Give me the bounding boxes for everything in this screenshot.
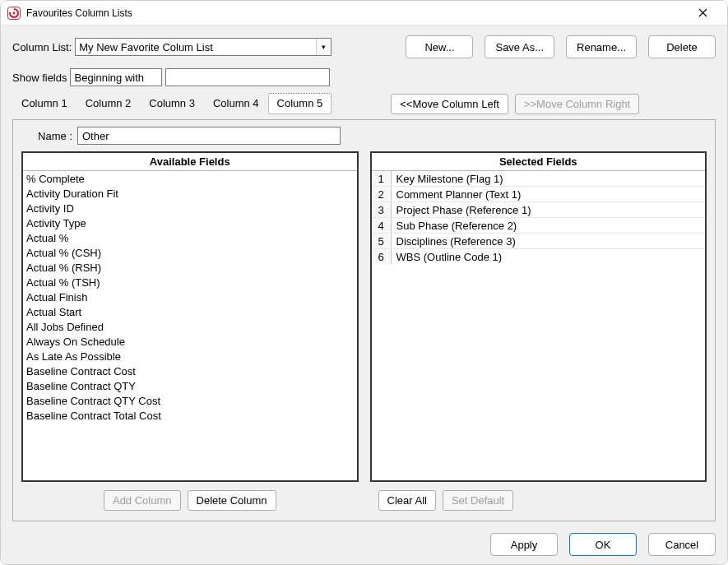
- selected-row-index: 3: [372, 202, 392, 217]
- add-column-button: Add Column: [104, 490, 181, 511]
- show-fields-row: Show fields ▾: [12, 68, 716, 86]
- selected-list[interactable]: 1Key Milestone (Flag 1)2Comment Planner …: [372, 171, 706, 480]
- lists-row: Available Fields % CompleteActivity Dura…: [21, 151, 707, 511]
- move-column-right-button: >>Move Column Right: [515, 94, 639, 114]
- column-list-row: Column List: ▾ New... Save As... Rename.…: [12, 35, 716, 58]
- available-item[interactable]: Actual % (RSH): [23, 260, 357, 275]
- window-title: Favourites Column Lists: [26, 7, 686, 19]
- selected-column: Selected Fields 1Key Milestone (Flag 1)2…: [370, 151, 707, 511]
- available-item[interactable]: Always On Schedule: [23, 334, 357, 349]
- selected-row[interactable]: 2Comment Planner (Text 1): [372, 187, 706, 202]
- tab-move-buttons: <<Move Column Left >>Move Column Right: [391, 94, 639, 114]
- show-fields-mode-dropdown[interactable]: ▾: [70, 68, 162, 86]
- selected-actions: Clear All Set Default: [370, 490, 707, 511]
- save-as-button[interactable]: Save As...: [485, 35, 554, 58]
- selected-row-label: Sub Phase (Reference 2): [392, 218, 706, 233]
- tab-column-4[interactable]: Column 4: [204, 93, 268, 114]
- selected-row[interactable]: 4Sub Phase (Reference 2): [372, 218, 706, 234]
- available-column: Available Fields % CompleteActivity Dura…: [21, 151, 359, 511]
- selected-row-index: 6: [372, 249, 392, 264]
- tab-column-3[interactable]: Column 3: [140, 93, 204, 114]
- selected-list-box: Selected Fields 1Key Milestone (Flag 1)2…: [370, 151, 707, 482]
- selected-row-label: WBS (Outline Code 1): [392, 249, 706, 264]
- selected-row-label: Disciplines (Reference 3): [392, 234, 706, 248]
- name-label: Name :: [21, 130, 72, 142]
- available-item[interactable]: Baseline Contract Total Cost: [23, 408, 357, 423]
- selected-row[interactable]: 5Disciplines (Reference 3): [372, 234, 706, 249]
- selected-row-index: 2: [372, 187, 392, 201]
- available-actions: Add Column Delete Column: [21, 490, 359, 511]
- column-panel: Name : Available Fields % CompleteActivi…: [12, 119, 716, 521]
- available-item[interactable]: Actual % (CSH): [23, 245, 357, 260]
- clear-all-button[interactable]: Clear All: [378, 490, 436, 511]
- tab-column-1[interactable]: Column 1: [12, 93, 77, 114]
- svg-point-1: [13, 12, 16, 14]
- available-item[interactable]: Activity Duration Fit: [23, 186, 357, 201]
- move-column-left-button[interactable]: <<Move Column Left: [391, 94, 508, 114]
- available-item[interactable]: All Jobs Defined: [23, 319, 357, 334]
- selected-row[interactable]: 6WBS (Outline Code 1): [372, 249, 706, 264]
- titlebar: Favourites Column Lists: [1, 1, 727, 25]
- available-item[interactable]: Actual Finish: [23, 289, 357, 304]
- column-list-dropdown[interactable]: ▾: [75, 38, 332, 56]
- close-icon: [698, 8, 707, 17]
- selected-row-index: 4: [372, 218, 392, 233]
- selected-row-label: Project Phase (Reference 1): [392, 202, 706, 217]
- available-item[interactable]: % Complete: [23, 171, 357, 186]
- selected-row-index: 5: [372, 234, 392, 248]
- ok-button[interactable]: OK: [569, 533, 637, 556]
- close-button[interactable]: [686, 2, 719, 25]
- available-item[interactable]: As Late As Possible: [23, 349, 357, 364]
- dialog-content: Column List: ▾ New... Save As... Rename.…: [1, 25, 727, 564]
- delete-button[interactable]: Delete: [648, 35, 716, 58]
- available-list-box: Available Fields % CompleteActivity Dura…: [21, 151, 359, 482]
- available-item[interactable]: Baseline Contract Cost: [23, 364, 357, 378]
- available-list[interactable]: % CompleteActivity Duration FitActivity …: [23, 171, 357, 480]
- apply-button[interactable]: Apply: [490, 533, 558, 556]
- selected-row[interactable]: 3Project Phase (Reference 1): [372, 202, 706, 218]
- available-item[interactable]: Actual %: [23, 230, 357, 245]
- available-item[interactable]: Actual Start: [23, 304, 357, 319]
- tab-column-5[interactable]: Column 5: [268, 93, 332, 114]
- dialog-footer: Apply OK Cancel: [12, 533, 716, 556]
- selected-header: Selected Fields: [372, 153, 706, 171]
- tabs-row: Column 1Column 2Column 3Column 4Column 5…: [12, 93, 716, 114]
- tab-column-2[interactable]: Column 2: [77, 93, 141, 114]
- available-item[interactable]: Baseline Contract QTY Cost: [23, 393, 357, 408]
- selected-row-label: Key Milestone (Flag 1): [392, 171, 706, 186]
- column-tabs: Column 1Column 2Column 3Column 4Column 5: [12, 93, 332, 114]
- set-default-button: Set Default: [443, 490, 513, 511]
- selected-row[interactable]: 1Key Milestone (Flag 1): [372, 171, 706, 187]
- top-buttons: New... Save As... Rename... Delete: [406, 35, 716, 58]
- show-fields-search-input[interactable]: [165, 68, 330, 86]
- available-item[interactable]: Activity ID: [23, 201, 357, 215]
- column-list-label: Column List:: [12, 41, 72, 53]
- new-button[interactable]: New...: [406, 35, 473, 58]
- cancel-button[interactable]: Cancel: [648, 533, 716, 556]
- name-row: Name :: [21, 127, 707, 145]
- selected-row-index: 1: [372, 171, 392, 186]
- app-icon: [7, 7, 21, 20]
- delete-column-button[interactable]: Delete Column: [188, 490, 276, 511]
- name-input[interactable]: [77, 127, 341, 145]
- rename-button[interactable]: Rename...: [566, 35, 637, 58]
- selected-row-label: Comment Planner (Text 1): [392, 187, 706, 201]
- show-fields-label: Show fields: [12, 72, 67, 84]
- available-item[interactable]: Baseline Contract QTY: [23, 378, 357, 393]
- available-header: Available Fields: [23, 153, 357, 171]
- available-item[interactable]: Actual % (TSH): [23, 275, 357, 289]
- chevron-down-icon[interactable]: ▾: [316, 39, 331, 55]
- available-item[interactable]: Activity Type: [23, 215, 357, 230]
- column-list-input[interactable]: [76, 39, 316, 55]
